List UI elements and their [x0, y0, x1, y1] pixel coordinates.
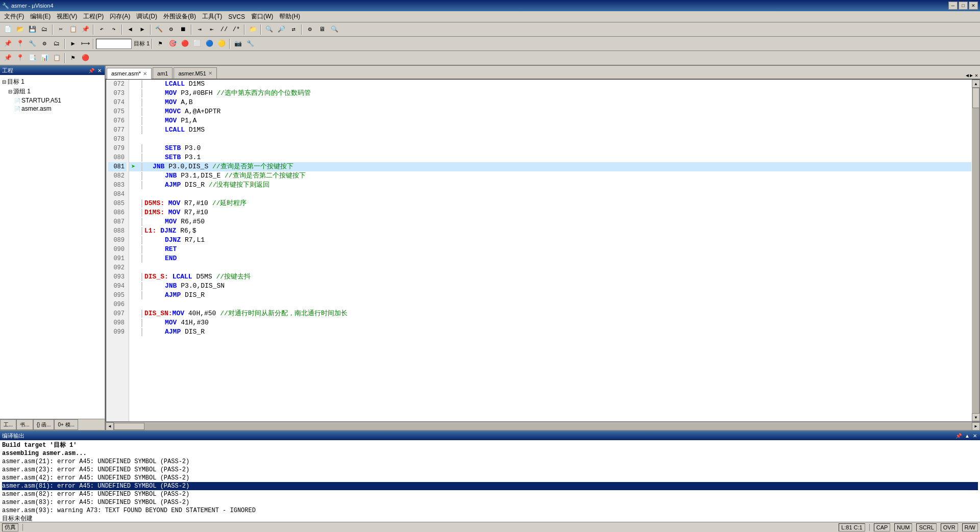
- new-file-btn[interactable]: 📄: [2, 24, 13, 35]
- code-line-085[interactable]: D5MS: MOV R7,#10 //延时程序: [129, 199, 971, 208]
- scroll-right-btn[interactable]: ▶: [972, 422, 980, 430]
- copy-btn[interactable]: 📋: [67, 24, 79, 35]
- tb3-btn1[interactable]: 📌: [2, 53, 13, 64]
- maximize-button[interactable]: □: [959, 2, 968, 10]
- code-line-072[interactable]: LCALL D1MS: [129, 80, 971, 89]
- build-btn[interactable]: 🔨: [153, 24, 164, 35]
- debug-start-btn[interactable]: ▶: [67, 38, 79, 49]
- code-line-078[interactable]: [129, 135, 971, 144]
- menu-tools[interactable]: 工具(T): [199, 11, 225, 22]
- code-hscroll[interactable]: ◀ ▶: [106, 422, 980, 430]
- panel-controls[interactable]: 📌 ✕: [87, 68, 103, 73]
- panel-pin-btn[interactable]: 📌: [87, 68, 95, 73]
- code-content[interactable]: LCALL D1MS MOV P3,#0BFH //选中第东西方向的个位数码管 …: [129, 80, 971, 421]
- replace-btn[interactable]: ⇄: [288, 24, 299, 35]
- output-arrow-up-btn[interactable]: ▲: [964, 433, 971, 439]
- menu-help[interactable]: 帮助(H): [276, 11, 303, 22]
- tb2-btn2[interactable]: 📍: [14, 38, 26, 49]
- code-line-089[interactable]: DJNZ R7,L1: [129, 236, 971, 245]
- code-line-080[interactable]: SETB P3.1: [129, 153, 971, 162]
- toolbar2-extra2[interactable]: 🎯: [167, 38, 178, 49]
- close-button[interactable]: ✕: [969, 2, 978, 10]
- tab-close-asmer[interactable]: ✕: [143, 71, 147, 77]
- open-btn[interactable]: 📂: [14, 24, 26, 35]
- scroll-track[interactable]: [972, 88, 979, 413]
- scroll-up-btn[interactable]: ▲: [972, 80, 980, 88]
- find-btn[interactable]: 🔍: [263, 24, 275, 35]
- code-line-082[interactable]: JNB P3.1,DIS_E //查询是否第二个按键按下: [129, 171, 971, 181]
- tb3-btn5[interactable]: 📋: [51, 53, 62, 64]
- cut-btn[interactable]: ✂: [55, 24, 66, 35]
- output-pin-btn[interactable]: 📌: [954, 433, 963, 439]
- tb2-btn4[interactable]: ⚙: [39, 38, 50, 49]
- code-line-074[interactable]: MOV A,B: [129, 98, 971, 107]
- tab-scroll-left[interactable]: ◀: [966, 72, 969, 79]
- nav-back-btn[interactable]: ◀: [125, 24, 136, 35]
- code-line-076[interactable]: MOV P1,A: [129, 116, 971, 125]
- code-line-084[interactable]: [129, 190, 971, 199]
- tb3-btn3[interactable]: 📑: [27, 53, 38, 64]
- tab-close-all[interactable]: ✕: [975, 72, 978, 79]
- redo-btn[interactable]: ↷: [108, 24, 119, 35]
- toolbar2-extra6[interactable]: 🟡: [216, 38, 227, 49]
- output-controls[interactable]: 📌 ▲ ✕: [954, 433, 978, 439]
- scroll-down-btn[interactable]: ▼: [972, 413, 980, 421]
- step-btn[interactable]: ⟼: [80, 38, 91, 49]
- tb2-btn3[interactable]: 🔧: [27, 38, 38, 49]
- code-line-087[interactable]: MOV R6,#50: [129, 217, 971, 226]
- zoom-btn[interactable]: 🔍: [329, 24, 340, 35]
- undo-btn[interactable]: ↶: [96, 24, 107, 35]
- open-folder-btn[interactable]: 📁: [247, 24, 258, 35]
- code-line-075[interactable]: MOVC A,@A+DPTR: [129, 107, 971, 116]
- tab-books[interactable]: 书...: [16, 419, 33, 430]
- toolbar2-extra7[interactable]: 📷: [232, 38, 243, 49]
- toolbar2-extra5[interactable]: 🔵: [204, 38, 215, 49]
- indent-btn[interactable]: ⇥: [194, 24, 205, 35]
- title-bar-controls[interactable]: ─ □ ✕: [948, 2, 978, 10]
- menu-project[interactable]: 工程(P): [80, 11, 107, 22]
- code-line-077[interactable]: LCALL D1MS: [129, 125, 971, 135]
- tree-item-target[interactable]: ⊟ 目标 1: [2, 77, 103, 87]
- tab-asmer-asm[interactable]: asmer.asm* ✕: [107, 68, 152, 79]
- code-line-090[interactable]: RET: [129, 245, 971, 254]
- code-line-091[interactable]: END: [129, 254, 971, 263]
- tb2-btn5[interactable]: 🗂: [51, 38, 62, 49]
- menu-flash[interactable]: 闪存(A): [107, 11, 133, 22]
- code-line-073[interactable]: MOV P3,#0BFH //选中第东西方向的个位数码管: [129, 89, 971, 98]
- tb2-btn1[interactable]: 📌: [2, 38, 13, 49]
- tab-project[interactable]: 工...: [0, 419, 16, 430]
- find-in-files-btn[interactable]: 🔎: [276, 24, 287, 35]
- tree-item-asmer[interactable]: 📄 asmer.asm: [2, 105, 103, 113]
- menu-debug[interactable]: 调试(D): [133, 11, 160, 22]
- code-line-081[interactable]: ➤ JNB P3.0,DIS_S //查询是否第一个按键按下: [129, 162, 971, 171]
- tab-m51[interactable]: asmer.M51 ✕: [174, 67, 216, 79]
- tab-templates[interactable]: 0+ 模...: [54, 419, 78, 430]
- output-content[interactable]: Build target '目标 1' assembling asmer.asm…: [0, 440, 980, 522]
- code-line-083[interactable]: AJMP DIS_R //没有键按下则返回: [129, 181, 971, 190]
- tab-bar-controls[interactable]: ◀ ▶ ✕: [966, 72, 980, 79]
- hscroll-thumb[interactable]: [114, 423, 144, 430]
- tb3-btn6[interactable]: ⚑: [67, 53, 79, 64]
- uncomment-btn[interactable]: /*: [231, 24, 242, 35]
- menu-edit[interactable]: 编辑(E): [27, 11, 54, 22]
- scroll-left-btn[interactable]: ◀: [106, 422, 114, 430]
- nav-fwd-btn[interactable]: ▶: [137, 24, 148, 35]
- settings-btn[interactable]: ⚙: [304, 24, 315, 35]
- code-line-099[interactable]: AJMP DIS_R: [129, 327, 971, 337]
- outdent-btn[interactable]: ⇤: [206, 24, 217, 35]
- code-line-095[interactable]: AJMP DIS_R: [129, 291, 971, 300]
- save-all-btn[interactable]: 🗂: [39, 24, 50, 35]
- code-vscroll[interactable]: ▲ ▼: [971, 80, 979, 421]
- output-close-btn[interactable]: ✕: [972, 433, 978, 439]
- save-btn[interactable]: 💾: [27, 24, 38, 35]
- menu-window[interactable]: 窗口(W): [248, 11, 276, 22]
- stop-btn[interactable]: ⏹: [178, 24, 189, 35]
- tab-functions[interactable]: {} 函...: [33, 419, 55, 430]
- code-line-092[interactable]: [129, 263, 971, 272]
- tb3-btn2[interactable]: 📍: [14, 53, 26, 64]
- toolbar2-extra3[interactable]: 🔴: [179, 38, 190, 49]
- tab-am1[interactable]: am1: [153, 67, 173, 79]
- code-line-098[interactable]: MOV 41H,#30: [129, 318, 971, 327]
- tb3-btn4[interactable]: 📊: [39, 53, 50, 64]
- menu-peripherals[interactable]: 外围设备(B): [160, 11, 199, 22]
